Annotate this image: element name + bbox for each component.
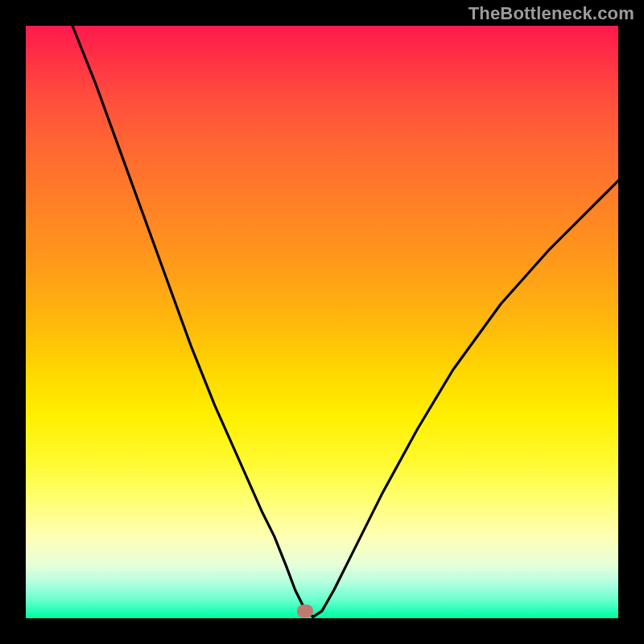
chart-frame: TheBottleneck.com bbox=[0, 0, 644, 644]
plot-area bbox=[24, 24, 620, 620]
watermark-text: TheBottleneck.com bbox=[469, 3, 634, 24]
